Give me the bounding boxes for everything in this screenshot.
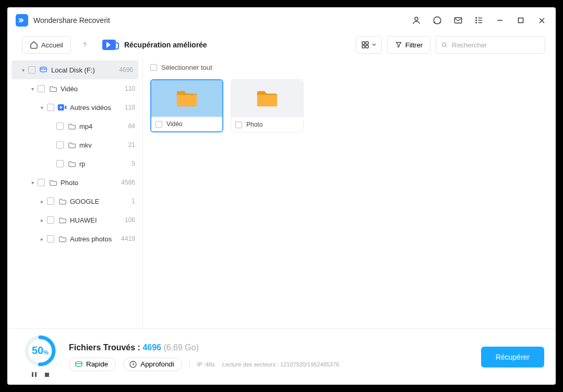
tree-checkbox[interactable] bbox=[38, 179, 45, 186]
up-button[interactable] bbox=[76, 36, 94, 54]
svg-point-3 bbox=[476, 18, 477, 19]
view-mode-button[interactable] bbox=[356, 36, 382, 54]
svg-point-0 bbox=[415, 17, 418, 20]
search-box[interactable] bbox=[436, 36, 545, 54]
folder-name: Photo bbox=[246, 121, 262, 128]
pause-button[interactable] bbox=[31, 370, 37, 379]
tree-label: Autres photos bbox=[70, 235, 112, 243]
svg-point-17 bbox=[442, 43, 446, 46]
tree-checkbox[interactable] bbox=[47, 235, 54, 242]
tree-checkbox[interactable] bbox=[38, 85, 45, 92]
tree-label: Photo bbox=[61, 179, 78, 187]
mail-icon[interactable] bbox=[452, 15, 464, 26]
folder-name: Vidéo bbox=[166, 120, 182, 128]
tree-checkbox[interactable] bbox=[47, 216, 54, 224]
close-icon[interactable] bbox=[536, 15, 547, 26]
home-label: Accueil bbox=[41, 41, 63, 49]
tree-count: 106 bbox=[125, 216, 135, 224]
progress-value: 50 bbox=[32, 345, 43, 357]
tree-item[interactable]: ▾Vidéo110 bbox=[7, 79, 142, 98]
scan-mode-fast[interactable]: Rapide bbox=[69, 358, 116, 371]
tree-item[interactable]: ▸HUAWEI106 bbox=[7, 211, 142, 229]
grid-icon bbox=[362, 41, 369, 48]
caret-icon: ▸ bbox=[39, 199, 45, 204]
account-icon[interactable] bbox=[411, 15, 422, 26]
search-icon bbox=[441, 41, 448, 49]
tree-item[interactable]: mkv21 bbox=[7, 136, 142, 154]
sector-status: Lecture des secteurs : 12107520/19524853… bbox=[222, 361, 339, 368]
stop-button[interactable] bbox=[44, 370, 50, 379]
tree-label: Autres vidéos bbox=[70, 104, 111, 112]
video-icon bbox=[57, 104, 67, 111]
tree-count: 4586 bbox=[121, 179, 135, 186]
caret-icon: ▾ bbox=[29, 180, 35, 186]
folder-icon bbox=[151, 80, 222, 117]
folder-icon bbox=[48, 179, 57, 186]
filter-button[interactable]: Filtrer bbox=[387, 36, 430, 54]
svg-rect-10 bbox=[519, 18, 523, 23]
tree-label: mkv bbox=[79, 141, 92, 149]
tree-count: 1 bbox=[131, 198, 135, 205]
folder-checkbox[interactable] bbox=[235, 121, 242, 128]
tree-item[interactable]: ▸Autres photos4419 bbox=[7, 229, 142, 248]
svg-rect-13 bbox=[362, 42, 365, 44]
disk-icon bbox=[39, 67, 48, 73]
clock-icon bbox=[129, 360, 137, 369]
tree-item[interactable]: mp484 bbox=[7, 117, 142, 136]
arrow-up-icon bbox=[81, 41, 89, 49]
chevron-down-icon bbox=[372, 43, 376, 47]
folder-card[interactable]: Photo bbox=[231, 79, 304, 132]
app-logo bbox=[16, 14, 28, 27]
recover-button[interactable]: Récupérer bbox=[481, 347, 544, 368]
tree-checkbox[interactable] bbox=[56, 123, 64, 130]
file-tree: ▾Local Disk (F:)4696▾Vidéo110▾Autres vid… bbox=[7, 58, 143, 328]
support-icon[interactable] bbox=[432, 15, 443, 26]
caret-icon: ▸ bbox=[39, 236, 45, 242]
tree-item[interactable]: ▾Local Disk (F:)4696 bbox=[11, 60, 138, 79]
folder-icon bbox=[67, 123, 76, 130]
tree-item[interactable]: ▾Autres vidéos110 bbox=[7, 98, 142, 117]
fast-label: Rapide bbox=[86, 360, 108, 368]
tree-count: 4696 bbox=[119, 66, 133, 74]
folder-card[interactable]: Vidéo bbox=[150, 79, 223, 132]
select-all-label: Sélectionner tout bbox=[161, 64, 212, 71]
tree-checkbox[interactable] bbox=[28, 66, 35, 74]
tree-checkbox[interactable] bbox=[56, 141, 64, 149]
tree-checkbox[interactable] bbox=[56, 160, 64, 167]
svg-rect-16 bbox=[366, 45, 368, 48]
home-button[interactable]: Accueil bbox=[22, 36, 71, 54]
tree-item[interactable]: ▾Photo4586 bbox=[7, 173, 142, 192]
svg-rect-14 bbox=[366, 42, 368, 44]
deep-label: Approfondi bbox=[140, 360, 174, 368]
scan-progress: 50 % bbox=[24, 335, 56, 367]
tree-label: rp bbox=[79, 160, 86, 168]
tree-count: 21 bbox=[128, 141, 135, 149]
folder-icon bbox=[57, 217, 67, 224]
scan-mode-deep[interactable]: Approfondi bbox=[123, 358, 182, 371]
search-input[interactable] bbox=[452, 41, 540, 49]
svg-point-19 bbox=[40, 67, 46, 69]
select-all-checkbox[interactable] bbox=[150, 64, 157, 71]
tree-label: GOOGLE bbox=[70, 198, 99, 205]
caret-icon: ▾ bbox=[20, 67, 26, 73]
tree-item[interactable]: rp5 bbox=[7, 154, 142, 173]
filter-label: Filtrer bbox=[405, 41, 423, 49]
tree-checkbox[interactable] bbox=[47, 198, 54, 205]
svg-line-18 bbox=[446, 46, 447, 47]
found-label: Fichiers Trouvés : bbox=[69, 343, 142, 352]
tree-label: HUAWEI bbox=[70, 216, 97, 224]
maximize-icon[interactable] bbox=[515, 15, 526, 26]
folder-checkbox[interactable] bbox=[155, 121, 162, 128]
tree-label: Local Disk (F:) bbox=[51, 66, 95, 74]
caret-icon: ▾ bbox=[39, 105, 45, 111]
tree-checkbox[interactable] bbox=[47, 104, 54, 111]
minimize-icon[interactable] bbox=[494, 15, 506, 26]
folder-icon bbox=[57, 198, 67, 205]
folder-icon bbox=[57, 236, 67, 242]
found-size: (6.69 Go) bbox=[163, 343, 199, 352]
tree-item[interactable]: ▸GOOGLE1 bbox=[7, 192, 142, 211]
list-icon[interactable] bbox=[473, 15, 485, 26]
svg-rect-23 bbox=[32, 372, 33, 377]
ip-status: IP :48s bbox=[197, 361, 215, 368]
files-found-row: Fichiers Trouvés : 4696 (6.69 Go) bbox=[69, 343, 481, 352]
